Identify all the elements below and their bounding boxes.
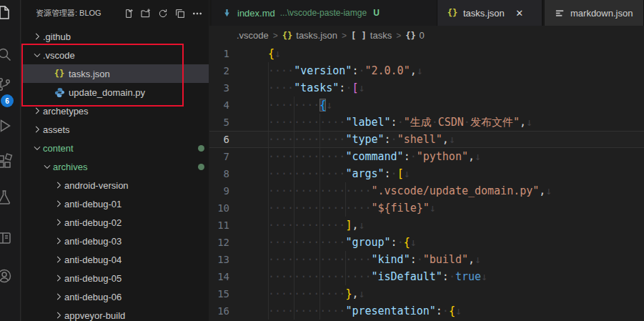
code-line-5[interactable]: 5············"label":·"生成·CSDN·发布文件",↓ [209, 114, 644, 131]
json-lines-icon [553, 8, 566, 19]
tree-item-label: anti-debug-05 [64, 273, 122, 284]
indent-guide [294, 114, 294, 131]
tree-item-label: anti-debug-01 [64, 199, 122, 209]
tree-item--github[interactable]: .github [21, 27, 209, 46]
code-line-1[interactable]: 1{↓ [209, 45, 644, 62]
code-line-8[interactable]: 8············"args":·[↓ [209, 165, 644, 182]
new-folder-icon[interactable] [139, 6, 153, 21]
breadcrumb: .vscode>{}tasks.json>[ ]tasks>{}0 [209, 26, 644, 45]
indent-guide [294, 165, 294, 182]
account-icon[interactable] [0, 263, 17, 289]
tree-item-assets[interactable]: assets [21, 120, 209, 139]
breadcrumb-text: .vscode [237, 30, 269, 41]
indent-guide [268, 132, 269, 147]
tab-description: ...\vscode-paste-iamge [280, 8, 367, 18]
indent-guide [268, 165, 269, 182]
explorer-header: 资源管理器: BLOG [21, 0, 209, 26]
close-icon[interactable]: ✕ [513, 8, 526, 19]
indent-guide [319, 165, 320, 182]
source-control-icon[interactable] [0, 71, 17, 97]
code-line-text: ············"args":·[↓ [248, 165, 644, 182]
tree-item-anti-debug-04[interactable]: anti-debug-04 [21, 250, 209, 269]
tree-item-anti-debug-02[interactable]: anti-debug-02 [21, 213, 209, 232]
code-line-12[interactable]: 12············"group":·{↓ [209, 234, 644, 251]
more-actions-icon[interactable] [190, 6, 204, 21]
tree-item-content[interactable]: content [21, 139, 209, 157]
indent-guide [319, 199, 320, 217]
tab-label: markdown.json [570, 8, 633, 19]
activity-bar: 6 [0, 0, 21, 321]
tree-item-label: tasks.json [69, 69, 110, 79]
tree-item-update-domain-py[interactable]: update_domain.py [21, 83, 209, 102]
tab-markdown-json[interactable]: markdown.json [545, 0, 644, 26]
tree-item-tasks-json[interactable]: {}tasks.json [21, 64, 209, 83]
code-line-6[interactable]: 6············"type":·"shell",↓ [209, 131, 644, 148]
line-number: 9 [209, 182, 248, 199]
indent-guide [319, 182, 320, 199]
code-line-4[interactable]: 4········{↓ [209, 97, 644, 114]
code-line-9[interactable]: 9················".vscode/update_domain.… [209, 182, 644, 199]
breadcrumb-item-0[interactable]: {}0 [405, 30, 425, 41]
indent-guide [319, 302, 320, 320]
explorer-icon[interactable] [0, 0, 17, 26]
new-file-icon[interactable] [122, 6, 136, 21]
tree-item--vscode[interactable]: .vscode [21, 46, 209, 64]
line-number: 7 [209, 148, 248, 165]
chevron-right-icon [53, 310, 64, 320]
breadcrumb-item--vscode[interactable]: .vscode [237, 30, 269, 41]
code-editor[interactable]: 1{↓2····"version":·"2.0.0",↓3····"tasks"… [209, 45, 644, 321]
run-debug-icon[interactable] [0, 113, 17, 139]
breadcrumb-item-tasks[interactable]: [ ]tasks [351, 30, 392, 41]
code-line-text: ················".vscode/update_domain.p… [248, 182, 644, 199]
tree-item-label: anti-debug-02 [64, 217, 122, 228]
chevron-down-icon [41, 162, 53, 172]
search-icon[interactable] [0, 41, 17, 67]
indent-guide [268, 285, 269, 302]
tab-tasks-json[interactable]: {}tasks.json✕ [437, 0, 543, 26]
tree-item-anti-debug-05[interactable]: anti-debug-05 [21, 269, 209, 287]
tree-item-android-version[interactable]: android-version [21, 176, 209, 194]
code-line-13[interactable]: 13················"kind":·"build",↓ [209, 251, 644, 268]
code-line-15[interactable]: 15············},↓ [209, 285, 644, 302]
tree-item-archetypes[interactable]: archetypes [21, 102, 209, 120]
indent-guide [345, 268, 346, 285]
indent-guide [319, 285, 320, 302]
code-line-16[interactable]: 16············"presentation":·{↓ [209, 302, 644, 320]
tab-bar: index.md...\vscode-paste-iamgeU{}tasks.j… [209, 0, 644, 26]
tree-item-label: anti-debug-06 [64, 292, 122, 302]
code-line-11[interactable]: 11············],↓ [209, 217, 644, 234]
chevron-down-icon [31, 143, 43, 153]
breadcrumb-separator: > [273, 31, 278, 41]
tab-index-md[interactable]: index.md...\vscode-paste-iamgeU [212, 0, 437, 26]
indent-guide [294, 217, 294, 234]
indent-guide [268, 114, 269, 131]
indent-guide [294, 285, 294, 302]
breadcrumb-item-tasks-json[interactable]: {}tasks.json [282, 30, 337, 41]
tree-item-appveyor-build[interactable]: appveyor-build [21, 306, 209, 321]
tree-item-anti-debug-06[interactable]: anti-debug-06 [21, 287, 209, 306]
terminal-window-icon[interactable] [0, 225, 17, 251]
tree-item-anti-debug-01[interactable]: anti-debug-01 [21, 194, 209, 213]
refresh-icon[interactable] [156, 6, 170, 21]
explorer-toolbar [122, 6, 204, 21]
tree-item-anti-debug-03[interactable]: anti-debug-03 [21, 232, 209, 250]
indent-guide [294, 182, 294, 199]
tree-item-archives[interactable]: archives [21, 157, 209, 176]
code-line-3[interactable]: 3····"tasks":·[↓ [209, 79, 644, 97]
code-line-text: ············},↓ [248, 285, 644, 302]
chevron-right-icon [53, 180, 64, 190]
code-line-text: ················"${file}"↓ [248, 199, 644, 217]
code-line-text: ············"command":·"python",↓ [248, 148, 644, 165]
indent-guide [319, 132, 320, 147]
code-line-2[interactable]: 2····"version":·"2.0.0",↓ [209, 62, 644, 79]
line-number: 8 [209, 165, 248, 182]
code-line-7[interactable]: 7············"command":·"python",↓ [209, 148, 644, 165]
testing-icon[interactable] [0, 184, 17, 210]
chevron-right-icon [53, 236, 64, 246]
code-line-10[interactable]: 10················"${file}"↓ [209, 199, 644, 217]
indent-guide [319, 268, 320, 285]
collapse-all-icon[interactable] [173, 6, 187, 21]
extensions-icon[interactable] [0, 149, 17, 174]
code-line-14[interactable]: 14················"isDefault":·true↓ [209, 268, 644, 285]
code-line-text: ····"version":·"2.0.0",↓ [248, 62, 644, 79]
